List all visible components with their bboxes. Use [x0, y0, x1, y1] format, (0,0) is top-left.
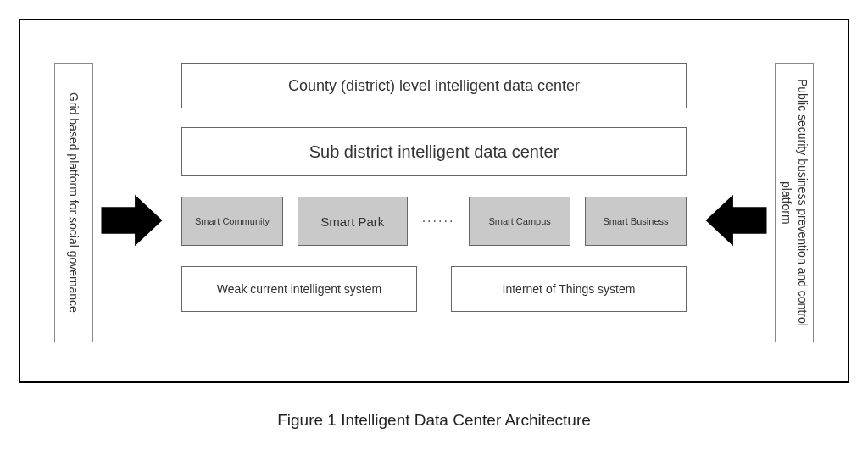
smart-business-label: Smart Business — [603, 216, 668, 226]
left-side-panel: Grid based platform for social governanc… — [54, 63, 93, 342]
svg-marker-0 — [102, 195, 163, 246]
ellipsis-dots: ······ — [422, 214, 455, 229]
smart-row: Smart Community Smart Park ······ Smart … — [181, 195, 687, 247]
smart-park-label: Smart Park — [320, 214, 384, 229]
smart-community-box: Smart Community — [181, 197, 283, 246]
bottom-row: Weak current intelligent system Internet… — [181, 266, 687, 312]
left-side-panel-label: Grid based platform for social governanc… — [66, 92, 82, 313]
smart-park-box: Smart Park — [298, 197, 408, 246]
tier2-box: Sub district intelligent data center — [181, 127, 687, 176]
weak-current-label: Weak current intelligent system — [217, 282, 381, 296]
arrow-right-icon — [100, 190, 164, 251]
right-side-panel-label: Public security business prevention and … — [778, 64, 810, 342]
smart-campus-box: Smart Campus — [469, 197, 570, 246]
tier2-label: Sub district intelligent data center — [309, 142, 559, 162]
smart-campus-label: Smart Campus — [488, 216, 550, 226]
iot-box: Internet of Things system — [451, 266, 687, 312]
svg-marker-1 — [706, 195, 767, 246]
figure-caption: Figure 1 Intelligent Data Center Archite… — [0, 411, 868, 430]
smart-community-label: Smart Community — [195, 216, 270, 226]
smart-business-box: Smart Business — [585, 197, 687, 246]
right-side-panel: Public security business prevention and … — [775, 63, 814, 342]
center-column: County (district) level intelligent data… — [181, 63, 687, 356]
weak-current-box: Weak current intelligent system — [181, 266, 417, 312]
diagram-outer-frame: Grid based platform for social governanc… — [19, 19, 849, 383]
arrow-left-icon — [704, 190, 768, 251]
iot-label: Internet of Things system — [503, 282, 636, 296]
tier1-label: County (district) level intelligent data… — [288, 77, 580, 95]
tier1-box: County (district) level intelligent data… — [181, 63, 687, 108]
